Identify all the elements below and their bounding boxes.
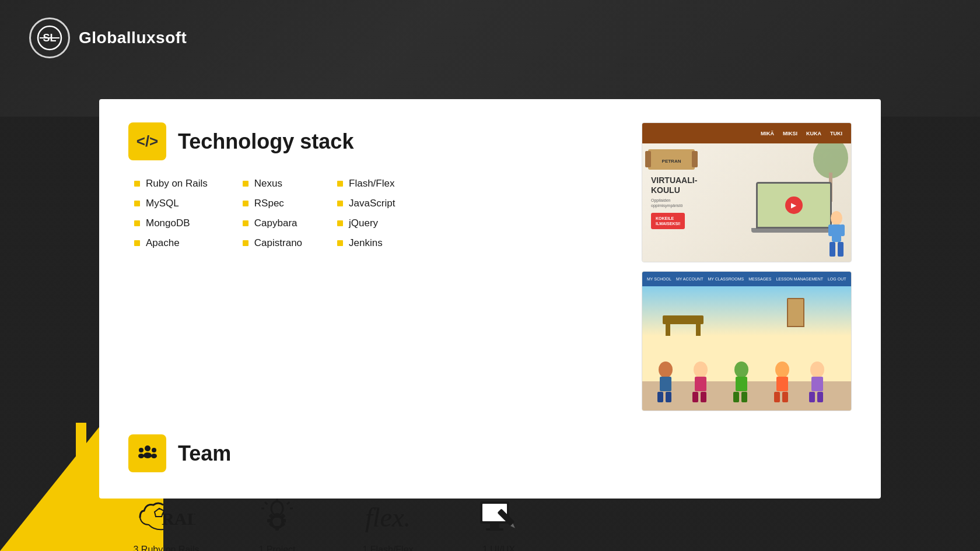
svg-rect-29 (741, 392, 747, 402)
bullet-icon (337, 240, 343, 246)
bullet-icon (243, 220, 249, 226)
flex-logo-icon: flex. (365, 499, 411, 536)
list-item: Apache (134, 237, 208, 249)
bullet-icon (337, 201, 343, 206)
svg-point-41 (138, 454, 144, 458)
svg-rect-35 (811, 377, 823, 391)
nav-tuki: TUKI (830, 131, 842, 136)
svg-rect-24 (692, 392, 698, 402)
list-item: MySQL (134, 198, 208, 209)
team-members-row: RAILS 3 Ruby on Railsdevelopers (128, 490, 642, 551)
list-item: MongoDB (134, 217, 208, 229)
svg-rect-7 (692, 151, 698, 167)
svg-rect-64 (486, 528, 503, 531)
svg-rect-14 (840, 224, 845, 236)
team-section-title: Team (178, 441, 231, 466)
character-row (648, 358, 835, 405)
flex-member-label: 1 Flash/Flexdeveloper (362, 543, 413, 551)
svg-point-26 (734, 362, 748, 378)
game-door (787, 298, 804, 327)
tech-section-header: </> Technology stack (128, 122, 642, 160)
list-item: Nexus (243, 178, 302, 189)
svg-rect-11 (830, 242, 835, 257)
bullet-icon (134, 240, 140, 246)
screenshot-educational: MIKÄ MIKSI KUKA TUKI (642, 122, 852, 262)
rails-svg-icon: RAILS (137, 500, 195, 535)
svg-rect-32 (774, 392, 780, 402)
team-right-spacer (642, 434, 852, 551)
svg-line-57 (265, 502, 267, 504)
bullet-icon (243, 181, 249, 187)
tech-item-label: Ruby on Rails (146, 178, 208, 189)
svg-rect-37 (817, 392, 823, 402)
tech-item-label: MySQL (146, 198, 179, 209)
svg-point-42 (152, 448, 156, 452)
team-member-pm: 1 ProjectManager (239, 499, 315, 551)
svg-rect-20 (657, 392, 663, 402)
tech-item-label: jQuery (349, 217, 378, 229)
svg-rect-28 (733, 392, 739, 402)
nav-lessonmgmt: LESSON MANAGEMENT (776, 277, 823, 281)
classroom-desk (660, 310, 706, 339)
team-left-panel: Team RAILS (128, 434, 642, 551)
tech-item-label: Capybara (254, 217, 298, 229)
tech-item-label: Apache (146, 237, 180, 249)
svg-rect-31 (776, 377, 788, 391)
list-item: Ruby on Rails (134, 178, 208, 189)
svg-rect-6 (645, 151, 651, 167)
svg-rect-55 (274, 514, 280, 517)
tech-icon: </> (128, 122, 166, 160)
tech-item-label: MongoDB (146, 217, 190, 229)
laptop-screen: ▶ (756, 182, 832, 229)
gear-brain-svg (257, 499, 298, 536)
team-member-uiux: 1 UI/UXdesigner (461, 499, 537, 551)
play-button: ▶ (785, 196, 803, 214)
svg-text:PETRAN: PETRAN (662, 159, 681, 164)
svg-line-58 (287, 502, 289, 504)
team-member-rails: RAILS 3 Ruby on Railsdevelopers (128, 499, 204, 551)
screenshot2-body (642, 286, 851, 410)
pm-member-label: 1 ProjectManager (258, 543, 295, 551)
company-name: Globalluxsoft (79, 29, 187, 47)
logo-icon: SL (37, 25, 62, 51)
list-item: jQuery (337, 217, 395, 229)
logo-area: SL Globalluxsoft (29, 17, 187, 58)
code-brackets-icon: </> (136, 132, 159, 150)
bullet-icon (134, 220, 140, 226)
virtuaalikoulu-title: VIRTUAALI-KOULU (651, 176, 727, 195)
bullet-icon (134, 181, 140, 187)
svg-rect-25 (701, 392, 706, 402)
screenshot1-body: PETRAN VIRTUAALI-KOULU Oppilaidenoppimis… (642, 143, 851, 262)
virtuaalikoulu-subtitle: Oppilaidenoppimisympäristö (651, 198, 727, 208)
svg-point-9 (831, 211, 842, 225)
list-item: JavaScript (337, 198, 395, 209)
screenshot-classroom: MY SCHOOL MY ACCOUNT MY CLASSROOMS MESSA… (642, 271, 852, 411)
screenshot1-navbar: MIKÄ MIKSI KUKA TUKI (642, 123, 851, 143)
screenshot1-right: ▶ (736, 143, 851, 262)
svg-rect-12 (838, 242, 844, 257)
screenshots-panel: MIKÄ MIKSI KUKA TUKI (642, 122, 852, 411)
main-content-card: </> Technology stack Ruby on Rails MySQL (99, 99, 881, 499)
list-item: Capybara (243, 217, 302, 229)
svg-rect-10 (832, 224, 841, 242)
uiux-member-label: 1 UI/UXdesigner (481, 543, 516, 551)
svg-point-38 (145, 445, 150, 451)
nav-myclassrooms: MY CLASSROOMS (708, 277, 744, 281)
svg-rect-19 (660, 377, 671, 391)
tech-item-label: Nexus (254, 178, 282, 189)
svg-point-43 (151, 454, 157, 458)
bullet-icon (243, 201, 249, 206)
svg-rect-36 (809, 392, 815, 402)
list-item: Capistrano (243, 237, 302, 249)
tech-column-3: Flash/Flex JavaScript jQuery Jenkins (337, 178, 395, 249)
tech-item-label: JavaScript (349, 198, 395, 209)
team-member-flex: flex. 1 Flash/Flexdeveloper (350, 499, 426, 551)
team-section: Team RAILS (128, 434, 852, 551)
gear-lightbulb-icon (257, 499, 298, 536)
bullet-icon (134, 201, 140, 206)
svg-point-22 (694, 362, 708, 378)
nav-miksi: MIKSI (783, 131, 797, 136)
nav-messages: MESSAGES (748, 277, 771, 281)
nav-myschool: MY SCHOOL (647, 277, 671, 281)
bullet-icon (337, 181, 343, 187)
